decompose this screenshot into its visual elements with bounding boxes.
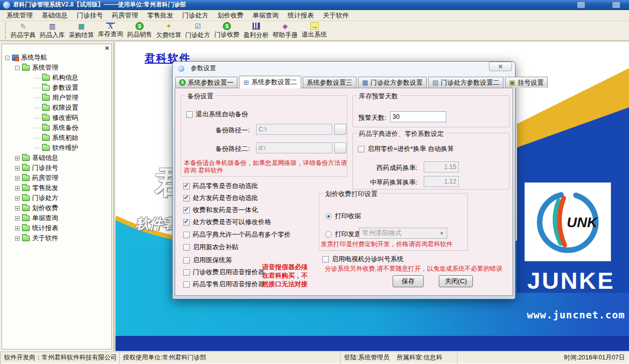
option-voice-quote-retail[interactable]: 药品零售启用语音报价器 <box>183 280 265 289</box>
option-retail-auto-batch[interactable]: 药品零售是否自动选批 <box>183 181 258 191</box>
expand-icon[interactable]: + <box>15 156 20 160</box>
collapse-icon[interactable]: - <box>15 66 20 70</box>
toolbar-outpatient-charge[interactable]: $ 门诊收费 <box>212 21 241 40</box>
toolbar-drug-inbound[interactable]: ▥ 药品入库 <box>38 21 67 40</box>
option-rural-coop-subsidy[interactable]: 启用新农合补贴 <box>183 243 238 252</box>
western-factor-input[interactable]: 1.15 <box>424 161 459 172</box>
tree-item-software-maintenance[interactable]: 软件维护 <box>5 143 111 153</box>
tab-system-params-2[interactable]: ⊞ 系统参数设置二 <box>239 76 301 88</box>
menu-outpatient-registration[interactable]: 门诊挂号 <box>72 10 107 21</box>
checkbox[interactable] <box>183 195 190 202</box>
expand-icon[interactable]: + <box>15 186 20 191</box>
expand-icon[interactable]: + <box>15 226 20 231</box>
tab-system-params-1[interactable]: $ 系统参数设置一 <box>175 77 237 88</box>
option-prescription-auto-batch[interactable]: 处方发药是否自动选批 <box>183 194 258 203</box>
tree-item-outpatient-prescription[interactable]: + 门诊处方 <box>5 193 111 203</box>
tree-item-about-software[interactable]: + 关于软件 <box>5 233 111 243</box>
tab-prescription-params[interactable]: ▦ 门诊处方参数设置 <box>358 77 427 88</box>
checkbox[interactable] <box>183 281 190 288</box>
expand-icon[interactable]: + <box>15 196 20 201</box>
tree-item-change-password[interactable]: 修改密码 <box>5 113 111 123</box>
menu-about-software[interactable]: 关于软件 <box>318 10 353 21</box>
menu-receipt-query[interactable]: 单据查询 <box>248 10 283 21</box>
sidebar-close-icon[interactable]: ✕ <box>105 46 109 51</box>
warning-days-input[interactable]: 30 <box>390 111 446 122</box>
option-charge-dispense-integrated[interactable]: 收费和发药是否一体化 <box>183 206 258 215</box>
invoice-format-dropdown[interactable]: 常州溧阳格式 ▼ <box>359 228 447 239</box>
checkbox[interactable] <box>183 269 190 276</box>
print-invoice-radio[interactable] <box>325 231 332 238</box>
expand-icon[interactable]: + <box>15 216 20 221</box>
toolbar-profit-analysis[interactable]: 盈利分析 <box>241 21 271 40</box>
expand-icon[interactable]: + <box>15 206 20 211</box>
auto-convert-checkbox-row[interactable]: 启用零价=进价*换率 自动换算 <box>358 144 454 153</box>
browse-path2-button[interactable] <box>334 142 346 153</box>
tab-registration-settings[interactable]: ▣ 挂号设置 <box>505 77 548 88</box>
tv-queue-checkbox[interactable] <box>322 256 329 263</box>
toolbar-drug-sales[interactable]: $ 药品销售 <box>125 21 154 40</box>
toolbar-outpatient-prescription[interactable]: ☑ 门诊处方 <box>183 21 212 40</box>
menu-retail-wholesale[interactable]: 零售批发 <box>143 10 178 21</box>
tree-root-system-navigation[interactable]: - 系统导航 <box>5 53 111 63</box>
checkbox[interactable] <box>183 244 190 251</box>
backup-path1-input[interactable]: C:\ <box>256 124 332 135</box>
tree-item-parameter-settings[interactable]: 参数设置 <box>5 83 111 93</box>
browse-path1-button[interactable] <box>334 124 346 135</box>
tree-item-permission-settings[interactable]: 权限设置 <box>5 103 111 113</box>
toolbar-drug-dictionary[interactable]: ✎ 药品字典 <box>9 21 38 40</box>
tree-item-pricing-charge[interactable]: + 划价收费 <box>5 203 111 213</box>
close-button[interactable]: 关闭(C) <box>439 275 473 287</box>
tree-item-retail-wholesale[interactable]: + 零售批发 <box>5 183 111 193</box>
option-medical-insurance[interactable]: 启用医保统筹 <box>183 256 232 265</box>
tree-item-outpatient-registration[interactable]: + 门诊挂号 <box>5 163 111 173</box>
save-button[interactable]: 保存 <box>393 275 424 287</box>
tree-item-user-management[interactable]: 用户管理 <box>5 93 111 103</box>
menu-system-management[interactable]: 系统管理 <box>2 10 37 21</box>
tree-item-system-init[interactable]: 系统初始 <box>5 133 111 143</box>
print-receipt-radio[interactable] <box>325 213 332 220</box>
tree-item-system-management[interactable]: - 系统管理 <box>5 63 111 73</box>
toolbar-purchase-settlement[interactable]: ▦ 采购结算 <box>67 21 96 40</box>
option-charge-price-editable[interactable]: 处方收费是否可以修改价格 <box>183 218 271 227</box>
menu-statistics-report[interactable]: 统计报表 <box>283 10 318 21</box>
tree-item-pharmacy-management[interactable]: + 药房管理 <box>5 173 111 183</box>
tab-prescription-params-2[interactable]: ▤ 门诊处方参数设置二 <box>428 77 504 88</box>
dialog-titlebar[interactable]: 参数设置 ✕ <box>175 62 513 75</box>
tree-item-org-info[interactable]: 机构信息 <box>5 73 111 83</box>
menu-pharmacy-management[interactable]: 药房管理 <box>107 10 143 21</box>
checkbox[interactable] <box>183 183 190 190</box>
option-multiple-retail-prices[interactable]: 药品字典允许一个药品有多个零价 <box>183 230 291 239</box>
print-receipt-radio-row[interactable]: 打印收据 <box>325 212 361 221</box>
dialog-close-button[interactable]: ✕ <box>489 62 512 71</box>
print-invoice-radio-row[interactable]: 打印发票 <box>325 230 361 239</box>
menu-pricing-charge[interactable]: 划价收费 <box>213 10 248 21</box>
tree-item-statistics-report[interactable]: + 统计报表 <box>5 223 111 233</box>
backup-path2-input[interactable]: d:\ <box>256 142 332 153</box>
toolbar-exit-system[interactable]: → 退出系统 <box>300 21 329 40</box>
expand-icon[interactable]: + <box>15 176 20 180</box>
tab-system-params-3[interactable]: 系统参数设置三 <box>303 77 356 88</box>
checkbox[interactable] <box>183 207 190 214</box>
option-tv-queue-system[interactable]: 启用电视机分诊叫号系统 <box>322 255 404 264</box>
tree-item-system-backup[interactable]: 系统备份 <box>5 123 111 133</box>
minimize-button[interactable] <box>577 2 585 8</box>
close-window-button[interactable] <box>612 2 620 8</box>
checkbox[interactable] <box>183 257 190 264</box>
auto-backup-checkbox[interactable] <box>186 111 193 118</box>
expand-icon[interactable]: + <box>15 166 20 170</box>
checkbox[interactable] <box>183 232 190 238</box>
herb-factor-input[interactable]: 1.12 <box>424 176 459 187</box>
expand-icon[interactable]: + <box>15 236 20 241</box>
option-voice-quote-charge[interactable]: 门诊收费启用语音报价器 <box>183 268 265 277</box>
toolbar-stock-query[interactable]: X 库存查询 <box>96 21 125 40</box>
menu-basic-info[interactable]: 基础信息 <box>37 10 72 21</box>
tree-item-basic-info[interactable]: + 基础信息 <box>5 153 111 163</box>
checkbox[interactable] <box>183 219 190 226</box>
auto-convert-checkbox[interactable] <box>358 146 364 152</box>
collapse-icon[interactable]: - <box>5 56 10 60</box>
toolbar-help-manual[interactable]: ◈ 帮助手册 <box>271 21 300 40</box>
tree-item-receipt-query[interactable]: + 单据查询 <box>5 213 111 223</box>
auto-backup-checkbox-row[interactable]: 退出系统自动备份 <box>186 110 248 119</box>
menu-outpatient-prescription[interactable]: 门诊处方 <box>178 10 213 21</box>
toolbar-arrears-settlement[interactable]: ✦ 欠费结算 <box>154 21 183 40</box>
